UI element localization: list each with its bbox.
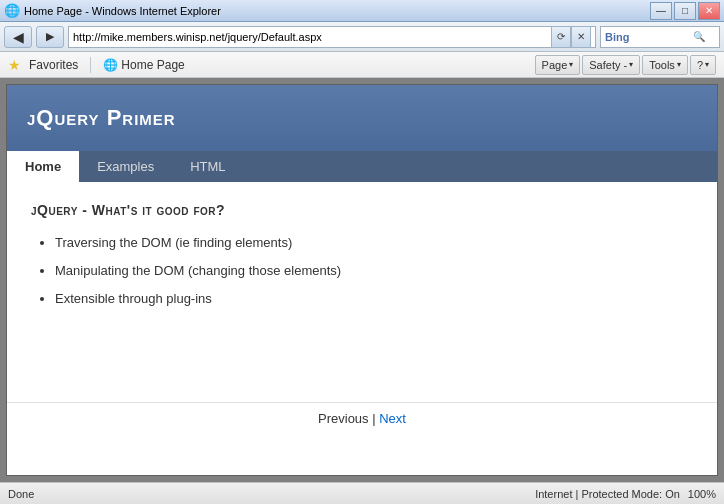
address-box: ⟳ ✕ — [68, 26, 596, 48]
list-item: Traversing the DOM (ie finding elements) — [55, 234, 693, 252]
favorites-item-label: Home Page — [121, 58, 184, 72]
back-button[interactable]: ◀ — [4, 26, 32, 48]
window-controls: — □ ✕ — [650, 2, 720, 20]
address-bar: ◀ ▶ ⟳ ✕ Bing 🔍 — [0, 22, 724, 52]
favorites-bar: ★ Favorites 🌐 Home Page Page ▾ Safety - … — [0, 52, 724, 78]
favorites-star-icon: ★ — [8, 57, 21, 73]
list-item: Manipulating the DOM (changing those ele… — [55, 262, 693, 280]
forward-button[interactable]: ▶ — [36, 26, 64, 48]
safety-menu-button[interactable]: Safety - ▾ — [582, 55, 640, 75]
stop-icon[interactable]: ✕ — [571, 26, 591, 48]
pagination: Previous | Next — [7, 402, 717, 434]
status-text: Done — [8, 488, 535, 500]
browser-frame: jQuery Primer Home Examples HTML jQuery … — [6, 84, 718, 476]
status-bar: Done Internet | Protected Mode: On 100% — [0, 482, 724, 504]
maximize-button[interactable]: □ — [674, 2, 696, 20]
page-title: jQuery Primer — [27, 105, 697, 131]
favorites-label: Favorites — [29, 58, 78, 72]
content-heading: jQuery - What's it good for? — [31, 202, 693, 218]
content-list: Traversing the DOM (ie finding elements)… — [31, 234, 693, 309]
nav-tabs: Home Examples HTML — [7, 151, 717, 182]
title-bar: 🌐 Home Page - Windows Internet Explorer … — [0, 0, 724, 22]
toolbar-right: Page ▾ Safety - ▾ Tools ▾ ? ▾ — [535, 55, 716, 75]
tools-menu-button[interactable]: Tools ▾ — [642, 55, 688, 75]
favorites-item-homepage[interactable]: 🌐 Home Page — [103, 58, 184, 72]
page-header: jQuery Primer — [7, 85, 717, 151]
browser-icon: 🌐 — [4, 3, 20, 19]
status-zoom: 100% — [688, 488, 716, 500]
help-button[interactable]: ? ▾ — [690, 55, 716, 75]
tab-html[interactable]: HTML — [172, 151, 243, 182]
tab-home[interactable]: Home — [7, 151, 79, 182]
search-input[interactable] — [633, 31, 693, 43]
homepage-fav-icon: 🌐 — [103, 58, 118, 72]
list-item: Extensible through plug-ins — [55, 290, 693, 308]
page-menu-arrow: ▾ — [569, 60, 573, 69]
address-input[interactable] — [73, 31, 551, 43]
safety-menu-arrow: ▾ — [629, 60, 633, 69]
help-arrow: ▾ — [705, 60, 709, 69]
tools-menu-arrow: ▾ — [677, 60, 681, 69]
page-content: jQuery - What's it good for? Traversing … — [7, 182, 717, 402]
status-right: Internet | Protected Mode: On 100% — [535, 488, 716, 500]
window-title: Home Page - Windows Internet Explorer — [24, 5, 650, 17]
search-box: Bing 🔍 — [600, 26, 720, 48]
search-button[interactable]: 🔍 — [693, 31, 705, 42]
search-engine-logo: Bing — [605, 31, 629, 43]
refresh-icon[interactable]: ⟳ — [551, 26, 571, 48]
page-menu-button[interactable]: Page ▾ — [535, 55, 581, 75]
tab-examples[interactable]: Examples — [79, 151, 172, 182]
browser-content: jQuery Primer Home Examples HTML jQuery … — [0, 78, 724, 482]
next-link[interactable]: Next — [379, 411, 406, 426]
favorites-separator — [90, 57, 91, 73]
close-button[interactable]: ✕ — [698, 2, 720, 20]
status-zone: Internet | Protected Mode: On — [535, 488, 680, 500]
minimize-button[interactable]: — — [650, 2, 672, 20]
pagination-separator: | — [372, 411, 375, 426]
previous-link-label: Previous — [318, 411, 369, 426]
